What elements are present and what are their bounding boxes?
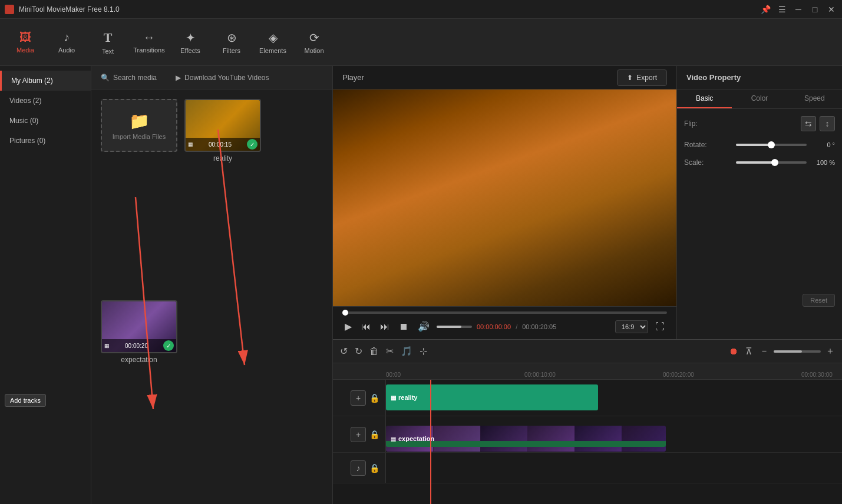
toolbar-effects[interactable]: ✦ Effects	[170, 21, 211, 64]
player-title: Player	[342, 73, 364, 82]
track-audio-add[interactable]: ♪	[351, 460, 366, 476]
scale-label: Scale:	[684, 158, 704, 167]
volume-button[interactable]: 🔊	[415, 319, 432, 334]
close-button[interactable]: ✕	[826, 4, 837, 15]
track-expectation: + 🔒	[333, 416, 842, 453]
undo-button[interactable]: ↺	[338, 343, 350, 359]
scale-slider[interactable]	[736, 161, 807, 164]
reality-overlay: ▦ 00:00:15 ✓	[186, 138, 260, 151]
ctrl-row: ▶ ⏮ ⏭ ⏹ 🔊 00:00:00:00 / 00:00:20:05	[342, 319, 667, 334]
media-tabs: 🔍 Search media ▶ Download YouTube Videos	[91, 66, 332, 89]
properties-panel: Video Property Basic Color Speed	[677, 66, 842, 339]
sidebar-item-my-album[interactable]: My Album (2)	[0, 71, 91, 91]
track-audio-lock[interactable]: 🔒	[368, 462, 381, 474]
expectation-check: ✓	[163, 340, 174, 351]
fullscreen-button[interactable]: ⛶	[653, 319, 667, 334]
menu-button[interactable]: ☰	[776, 4, 788, 15]
track-reality: + Add tracks 🔒 ▦ reality	[333, 380, 842, 416]
search-icon: 🔍	[101, 74, 110, 82]
player-controls: ▶ ⏮ ⏭ ⏹ 🔊 00:00:00:00 / 00:00:20:05	[333, 306, 676, 339]
download-youtube-tab[interactable]: ▶ Download YouTube Videos	[171, 71, 273, 84]
right-area: Player ⬆ Export ▶	[333, 66, 842, 504]
clip-reality[interactable]: ▦ reality	[386, 384, 598, 410]
cut-button[interactable]: ✂	[384, 343, 396, 359]
delete-button[interactable]: 🗑	[367, 344, 381, 359]
next-button[interactable]: ⏭	[378, 319, 392, 334]
expectation-thumb[interactable]: ▦ 00:00:20 ✓	[101, 300, 177, 353]
rotate-fill	[736, 144, 771, 146]
props-tab-basic[interactable]: Basic	[677, 89, 732, 108]
toolbar-audio-label: Audio	[58, 47, 75, 54]
prev-button[interactable]: ⏮	[359, 319, 373, 334]
search-media-tab[interactable]: 🔍 Search media	[96, 71, 161, 84]
track-audio-body	[386, 453, 842, 483]
toolbar-transitions[interactable]: ↔ Transitions	[128, 21, 170, 64]
import-media-thumb[interactable]: 📁 Import Media Files	[101, 99, 177, 152]
toolbar-text[interactable]: T Text	[87, 21, 128, 64]
expectation-duration: 00:00:20	[125, 343, 148, 349]
sidebar-item-pictures[interactable]: Pictures (0)	[0, 131, 91, 151]
zoom-slider[interactable]	[774, 350, 821, 353]
sidebar-item-videos[interactable]: Videos (2)	[0, 91, 91, 111]
ruler-mark-30: 00:00:30:00	[801, 372, 833, 378]
zoom-out-button[interactable]: －	[757, 343, 771, 360]
ruler-mark-0: 00:00	[386, 372, 401, 378]
sidebar: My Album (2) Videos (2) Music (0) Pictur…	[0, 66, 91, 504]
main-area: My Album (2) Videos (2) Music (0) Pictur…	[0, 66, 842, 504]
split-button[interactable]: ⊼	[743, 343, 755, 359]
flip-vertical-button[interactable]: ↕	[820, 116, 835, 131]
zoom-in-button[interactable]: ＋	[823, 343, 837, 360]
props-tab-color[interactable]: Color	[732, 89, 787, 108]
export-button[interactable]: ⬆ Export	[617, 69, 667, 86]
toolbar-filters-label: Filters	[223, 47, 240, 54]
aspect-ratio-select[interactable]: 16:9 9:16 4:3	[615, 320, 648, 333]
sidebar-item-music[interactable]: Music (0)	[0, 111, 91, 131]
pin-button[interactable]: 📌	[760, 4, 771, 15]
toolbar-elements[interactable]: ◈ Elements	[252, 21, 293, 64]
reality-thumb[interactable]: ▦ 00:00:15 ✓	[184, 99, 261, 152]
track-exp-lock[interactable]: 🔒	[368, 429, 381, 440]
volume-slider[interactable]	[437, 326, 472, 328]
rotate-row: Rotate: 0 °	[684, 141, 835, 149]
titlebar: MiniTool MovieMaker Free 8.1.0 📌 ☰ ─ □ ✕	[0, 0, 842, 19]
player-video	[333, 89, 676, 306]
progress-bar[interactable]	[342, 311, 667, 314]
reset-button[interactable]: Reset	[803, 294, 835, 307]
toolbar-media-label: Media	[16, 47, 34, 54]
video-icon: ▦	[188, 141, 193, 147]
toolbar-filters[interactable]: ⊛ Filters	[211, 21, 252, 64]
progress-handle[interactable]	[342, 310, 348, 316]
audio-button[interactable]: 🎵	[398, 343, 415, 359]
clip-reality-icon: ▦	[391, 394, 396, 401]
add-tracks-button[interactable]: +	[351, 390, 366, 406]
toolbar-effects-label: Effects	[180, 47, 200, 54]
search-media-label: Search media	[113, 74, 157, 82]
scale-handle[interactable]	[771, 159, 778, 166]
toolbar-motion[interactable]: ⟳ Motion	[293, 21, 335, 64]
play-button[interactable]: ▶	[342, 319, 354, 334]
youtube-icon: ▶	[176, 74, 181, 82]
time-current: 00:00:00:00	[477, 323, 511, 330]
rotate-slider[interactable]	[736, 144, 807, 146]
clip-expectation[interactable]: ▦ expectation	[386, 421, 666, 447]
redo-button[interactable]: ↻	[352, 343, 365, 359]
flip-horizontal-button[interactable]: ⇆	[801, 116, 816, 131]
toolbar-audio[interactable]: ♪ Audio	[46, 21, 87, 64]
toolbar-media[interactable]: 🖼 Media	[5, 21, 46, 64]
exp-frame-1	[386, 426, 433, 452]
stop-button[interactable]: ⏹	[397, 319, 411, 334]
maximize-button[interactable]: □	[809, 4, 821, 15]
props-tab-speed-label: Speed	[804, 94, 825, 102]
track-exp-add[interactable]: +	[351, 427, 366, 442]
record-button[interactable]: ⏺	[727, 344, 741, 359]
crop-button[interactable]: ⊹	[417, 343, 430, 359]
track-reality-lock[interactable]: 🔒	[368, 392, 381, 404]
props-tab-speed[interactable]: Speed	[787, 89, 842, 108]
video-icon2: ▦	[104, 343, 110, 349]
minimize-button[interactable]: ─	[793, 4, 804, 15]
exp-frame-5	[574, 426, 622, 452]
toolbar-text-label: Text	[102, 48, 114, 55]
toolbar-transitions-label: Transitions	[133, 47, 164, 54]
rotate-handle[interactable]	[768, 141, 775, 148]
exp-frame-3	[480, 426, 527, 452]
